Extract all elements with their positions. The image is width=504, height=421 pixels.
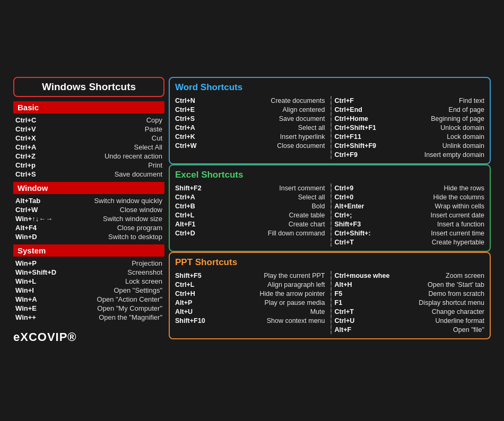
box-row: Alt+F1Create chart <box>175 220 325 229</box>
windows-title-box: Windows Shortcuts <box>13 77 164 97</box>
box-key: Ctrl+U <box>335 317 383 324</box>
box-row: Ctrl+;Insert current date <box>335 210 485 220</box>
box-key: Ctrl+W <box>175 142 223 150</box>
shortcut-desc: Switch window size <box>103 215 162 223</box>
shortcut-row: Ctrl+VPaste <box>13 125 164 134</box>
shortcut-desc: Open the "Magnifier" <box>99 313 162 321</box>
box-row: Ctrl+ASelect all <box>175 192 325 201</box>
shortcut-row: Alt+F4Close program <box>13 223 164 232</box>
excel-title: Excel Shortcuts <box>175 170 484 180</box>
box-desc: Hide the rows <box>444 185 484 192</box>
box-key: Ctrl+Shift+F1 <box>335 124 383 131</box>
box-row: Alt+UMute <box>175 307 325 316</box>
box-desc: Create table <box>289 212 325 219</box>
shortcut-row: Win+Shift+DScreenshot <box>13 268 164 277</box>
box-row: Ctrl+Shift+F1Unlock domain <box>335 123 485 132</box>
box-key: F1 <box>335 299 383 306</box>
box-row: Ctrl+LCreate table <box>175 210 325 220</box>
shortcut-key: Win+I <box>15 286 34 294</box>
box-row: Ctrl+KInsert hyperlink <box>175 132 325 141</box>
box-desc: Create documents <box>271 97 325 104</box>
shortcut-desc: Copy <box>146 116 162 124</box>
section-label: System <box>13 244 164 257</box>
box-desc: Unlock domain <box>440 124 484 131</box>
box-row: Ctrl+NCreate documents <box>175 96 325 105</box>
box-row: Ctrl+TCreate hypertable <box>335 238 485 247</box>
box-key: Ctrl+Home <box>335 115 383 122</box>
shortcut-row: Win+IOpen "Settings" <box>13 286 164 295</box>
shortcut-row: Win+LLock screen <box>13 277 164 286</box>
box-desc: Open the 'Start' tab <box>428 281 484 288</box>
box-key: Ctrl+S <box>175 115 223 122</box>
shortcut-row: Ctrl+SSave document <box>13 170 164 179</box>
shortcut-key: Win+D <box>15 233 37 241</box>
shortcut-key: Ctrl+W <box>15 206 38 214</box>
shortcut-key: Ctrl+Z <box>15 152 36 160</box>
box-desc: Create hypertable <box>432 239 484 246</box>
shortcut-row: Win+DSwitch to desktop <box>13 232 164 241</box>
box-row: Ctrl+EndEnd of page <box>335 105 485 114</box>
box-row: Ctrl+WClose document <box>175 141 325 150</box>
box-row: Ctrl+mouse wheeZoom screen <box>335 271 485 280</box>
shortcut-row: Win+PProjection <box>13 259 164 268</box>
box-key: Alt+H <box>335 281 383 288</box>
ppt-box: PPT ShortcutsShift+F5Play the current PP… <box>169 252 491 339</box>
box-desc: Play the current PPT <box>264 272 325 279</box>
shortcut-desc: Screenshot <box>127 268 162 276</box>
shortcut-key: Ctrl+X <box>15 134 36 142</box>
box-desc: Beginning of page <box>431 115 484 122</box>
box-desc: Select all <box>298 124 325 131</box>
box-row: Ctrl+9Hide the rows <box>335 183 485 192</box>
shortcut-desc: Cut <box>152 134 162 142</box>
box-key: Ctrl+0 <box>335 194 383 201</box>
box-row: Ctrl+F9Insert empty domain <box>335 150 485 159</box>
box-key: Ctrl+T <box>335 308 383 315</box>
shortcut-desc: Close window <box>120 206 162 214</box>
box-desc: Open "file" <box>453 326 484 334</box>
box-desc: Mute <box>310 308 325 315</box>
shortcut-desc: Undo recent action <box>105 152 162 160</box>
shortcut-desc: Paste <box>145 125 162 133</box>
shortcut-row: Win+AOpen "Action Center" <box>13 295 164 304</box>
box-desc: Hide the columns <box>433 194 484 201</box>
left-col: Shift+F5Play the current PPTCtrl+LAlign … <box>175 271 327 334</box>
box-row: F5Demo from scratch <box>335 289 485 298</box>
box-desc: Underline format <box>436 317 484 324</box>
column-divider <box>331 271 332 334</box>
box-desc: Fill down command <box>268 230 325 237</box>
shortcut-key: Win+Shift+D <box>15 268 56 276</box>
shortcut-desc: Switch to desktop <box>108 233 162 241</box>
shortcut-key: Alt+Tab <box>15 197 40 205</box>
section-label: Basic <box>13 101 164 113</box>
box-key: Alt+Enter <box>335 203 383 210</box>
column-divider <box>331 96 332 159</box>
shortcut-desc: Save document <box>115 170 162 178</box>
shortcut-desc: Open "Action Center" <box>97 295 162 303</box>
box-key: Ctrl+Shift+: <box>335 230 383 237</box>
box-key: Ctrl+L <box>175 281 223 288</box>
box-desc: End of page <box>449 106 484 113</box>
box-key: Ctrl+T <box>335 239 383 246</box>
left-section-basic: BasicCtrl+CCopyCtrl+VPasteCtrl+XCutCtrl+… <box>13 101 164 179</box>
box-key: Ctrl+B <box>175 203 223 210</box>
box-row: Shift+F3Insert a function <box>335 220 485 229</box>
box-key: Ctrl+H <box>175 290 223 297</box>
left-panel: Windows Shortcuts BasicCtrl+CCopyCtrl+VP… <box>13 77 164 344</box>
box-key: Ctrl+mouse whee <box>335 272 390 279</box>
word-box: Word ShortcutsCtrl+NCreate documentsCtrl… <box>169 77 491 164</box>
box-row: Alt+PPlay or pause media <box>175 298 325 307</box>
shortcut-row: Ctrl+WClose window <box>13 205 164 214</box>
box-key: Alt+F <box>335 326 383 334</box>
brand-logo: eXCOVIP® <box>13 330 164 344</box>
shortcut-desc: Select All <box>134 143 162 151</box>
box-key: Ctrl+F9 <box>335 151 383 159</box>
section-label: Window <box>13 182 164 194</box>
box-row: Alt+HOpen the 'Start' tab <box>335 280 485 289</box>
box-desc: Insert current date <box>431 212 484 219</box>
shortcut-desc: Open "Settings" <box>114 286 162 294</box>
shortcut-desc: Close program <box>117 224 162 232</box>
box-desc: Insert empty domain <box>424 151 484 159</box>
right-col: Ctrl+FFind textCtrl+EndEnd of pageCtrl+H… <box>335 96 485 159</box>
two-col-layout: Ctrl+NCreate documentsCtrl+EAlign center… <box>175 96 484 159</box>
box-key: Ctrl+F <box>335 97 383 104</box>
